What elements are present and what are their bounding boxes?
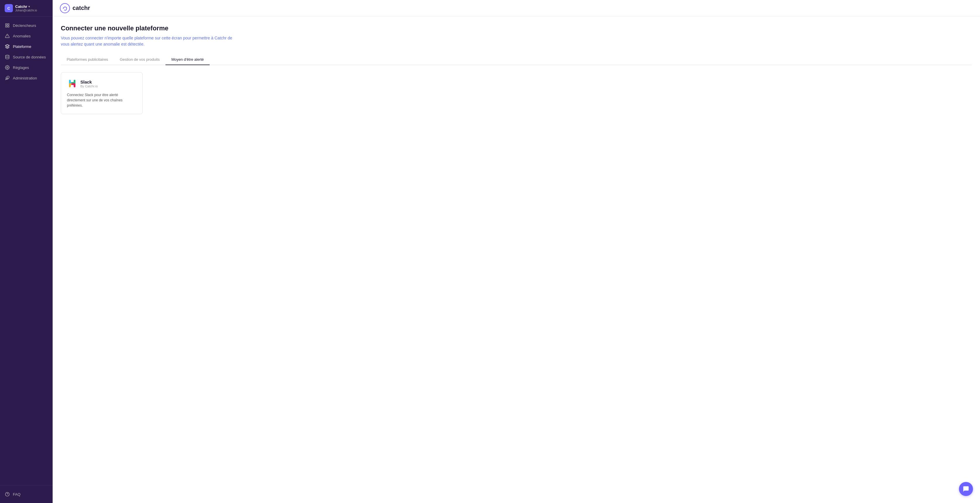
svg-rect-20 — [69, 83, 71, 87]
sidebar-item-label: FAQ — [13, 492, 21, 497]
sidebar-header[interactable]: C Catchr ▾ Johan@catchr.io — [0, 0, 52, 17]
tabs-bar: Plateformes publicitaires Gestion de vos… — [61, 54, 972, 65]
alert-icon — [5, 33, 10, 38]
sidebar-item-faq[interactable]: FAQ — [0, 489, 52, 500]
grid-icon — [5, 23, 10, 28]
org-name: Catchr ▾ — [15, 5, 37, 9]
svg-rect-3 — [8, 26, 9, 27]
page-title: Connecter une nouvelle plateforme — [61, 25, 972, 32]
settings-icon — [5, 65, 10, 70]
svg-rect-1 — [8, 24, 9, 25]
sidebar-nav: Déclencheurs Anomalies Plateforme Source… — [0, 17, 52, 485]
card-by: By Catchr.io — [80, 84, 98, 88]
sidebar-item-label: Plateforme — [13, 44, 31, 49]
cards-grid: Slack By Catchr.io Connectez Slack pour … — [61, 72, 972, 114]
sidebar-item-label: Déclencheurs — [13, 23, 36, 28]
catchr-logo-icon — [60, 3, 70, 13]
sidebar-item-anomalies[interactable]: Anomalies — [0, 31, 52, 41]
sidebar-footer: FAQ — [0, 485, 52, 503]
page-subtitle: Vous pouvez connecter n'importe quelle p… — [61, 35, 236, 47]
sidebar-item-label: Administration — [13, 76, 37, 80]
card-name: Slack — [80, 79, 98, 84]
tab-plateformes-publicitaires[interactable]: Plateformes publicitaires — [61, 54, 114, 65]
content-area: Connecter une nouvelle plateforme Vous p… — [52, 16, 980, 503]
svg-point-14 — [63, 8, 64, 9]
card-header: Slack By Catchr.io — [67, 78, 137, 89]
chat-icon — [963, 486, 969, 492]
chevron-down-icon: ▾ — [29, 5, 30, 8]
sidebar-item-label: Réglages — [13, 65, 29, 70]
card-description: Connectez Slack pour être alerté directe… — [67, 92, 137, 108]
svg-marker-6 — [5, 44, 9, 46]
sidebar-item-declencheurs[interactable]: Déclencheurs — [0, 20, 52, 31]
tab-gestion-produits[interactable]: Gestion de vos produits — [114, 54, 166, 65]
chat-button[interactable] — [959, 482, 973, 496]
logo: catchr — [60, 3, 90, 13]
main-content: catchr Connecter une nouvelle plateforme… — [52, 0, 980, 503]
platform-card-slack[interactable]: Slack By Catchr.io Connectez Slack pour … — [61, 72, 143, 114]
layers-icon — [5, 44, 10, 49]
sidebar-org-info: Catchr ▾ Johan@catchr.io — [15, 5, 37, 12]
card-title-block: Slack By Catchr.io — [80, 79, 98, 88]
feather-icon — [5, 75, 10, 81]
sidebar-item-source-donnees[interactable]: Source de données — [0, 52, 52, 62]
logo-text: catchr — [73, 5, 90, 11]
sidebar-item-reglages[interactable]: Réglages — [0, 62, 52, 73]
svg-rect-0 — [6, 24, 7, 25]
database-icon — [5, 54, 10, 60]
help-icon — [5, 492, 10, 497]
sidebar-item-label: Anomalies — [13, 34, 31, 38]
user-email: Johan@catchr.io — [15, 9, 37, 12]
tab-moyen-alerte[interactable]: Moyen d'être alerté — [165, 54, 210, 65]
sidebar-item-administration[interactable]: Administration — [0, 73, 52, 83]
svg-point-8 — [7, 67, 8, 68]
sidebar: C Catchr ▾ Johan@catchr.io Déclencheurs … — [0, 0, 52, 503]
sidebar-item-label: Source de données — [13, 55, 46, 59]
svg-point-13 — [60, 3, 70, 13]
svg-rect-2 — [6, 26, 7, 27]
avatar: C — [5, 4, 13, 12]
slack-logo — [67, 78, 78, 89]
svg-point-7 — [6, 55, 9, 56]
sidebar-item-plateforme[interactable]: Plateforme — [0, 41, 52, 52]
topbar: catchr — [52, 0, 980, 16]
svg-rect-22 — [74, 83, 75, 87]
